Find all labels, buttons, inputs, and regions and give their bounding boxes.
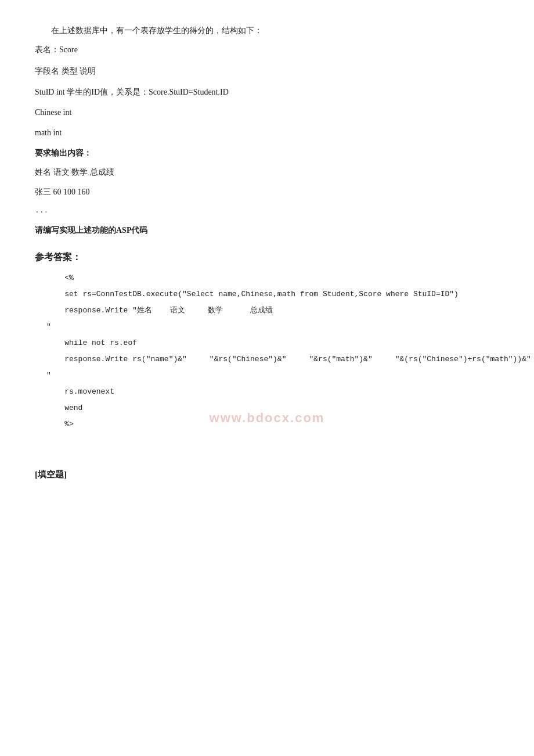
code-line-5: while not rs.eof: [46, 336, 499, 351]
code-line-8: rs.movenext: [46, 384, 499, 399]
output-title: 要求输出内容：: [35, 146, 499, 160]
request-text: 请编写实现上述功能的ASP代码: [35, 223, 499, 237]
code-block: <% set rs=ConnTestDB.execute("Select nam…: [46, 271, 499, 432]
answer-title: 参考答案：: [35, 249, 499, 266]
field-stuid: StuID int 学生的ID值，关系是：Score.StuID=Student…: [35, 85, 499, 99]
code-line-10: %>: [46, 417, 499, 432]
code-line-7: ": [46, 368, 499, 383]
code-line-4: ": [46, 319, 499, 334]
answer-section: 参考答案： <% set rs=ConnTestDB.execute("Sele…: [35, 249, 499, 432]
field-chinese: Chinese int: [35, 105, 499, 120]
output-header: 姓名 语文 数学 总成绩: [35, 165, 499, 179]
code-line-3: response.Write "姓名 语文 数学 总成绩: [46, 303, 499, 318]
code-line-6: response.Write rs("name")&" "&rs("Chines…: [46, 352, 499, 367]
fill-blank-section: [填空题]: [35, 467, 499, 483]
field-math: math int: [35, 125, 499, 140]
output-example: 张三 60 100 160: [35, 185, 499, 199]
code-line-2: set rs=ConnTestDB.execute("Select name,C…: [46, 287, 499, 302]
code-line-9: wend: [46, 401, 499, 416]
field-header: 字段名 类型 说明: [35, 64, 499, 78]
table-name: 表名：Score: [35, 42, 499, 57]
intro-text: 在上述数据库中，有一个表存放学生的得分的，结构如下：: [51, 23, 499, 38]
code-line-1: <%: [46, 271, 499, 286]
fill-blank-label: [填空题]: [35, 467, 499, 483]
ellipsis: ...: [35, 204, 499, 217]
